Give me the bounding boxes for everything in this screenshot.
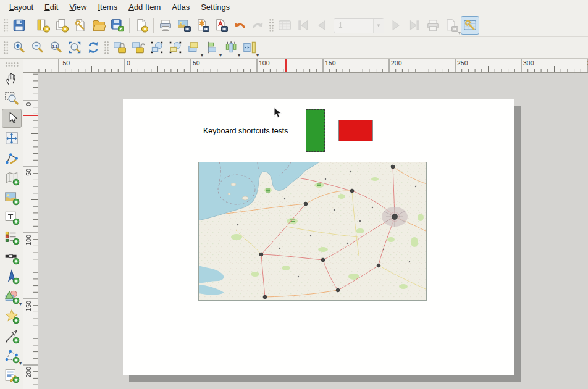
- save-as-template-button[interactable]: [108, 16, 127, 35]
- print-button[interactable]: [156, 16, 175, 35]
- layout-canvas[interactable]: Keyboard shortcuts tests: [38, 73, 588, 389]
- atlas-first-feature-button[interactable]: [294, 16, 313, 35]
- export-atlas-button[interactable]: [442, 16, 461, 35]
- toolbar-grip[interactable]: [3, 41, 9, 54]
- select-cursor-icon: [4, 111, 20, 127]
- lock-selected-items-button[interactable]: [111, 38, 129, 57]
- first-icon: [296, 18, 311, 33]
- menu-add-item[interactable]: Add Item: [123, 2, 166, 12]
- duplicate-layout-button[interactable]: [52, 16, 71, 35]
- atlas-preview-button[interactable]: [275, 16, 294, 35]
- mouse-cursor: [274, 107, 282, 119]
- group-items-button[interactable]: [148, 38, 166, 57]
- new-layout-button[interactable]: [34, 16, 52, 35]
- save-template-icon: [110, 18, 125, 33]
- atlas-next-feature-button[interactable]: [387, 16, 405, 35]
- add-picture-button[interactable]: [2, 188, 22, 207]
- distribute-selected-items-button[interactable]: [222, 38, 240, 57]
- print-atlas-button[interactable]: [424, 16, 442, 35]
- add-label-button[interactable]: [2, 207, 22, 227]
- toolbar-grip[interactable]: [3, 19, 9, 32]
- unlock-all-items-button[interactable]: [129, 38, 148, 57]
- align-selected-items-button[interactable]: [203, 38, 222, 57]
- export-svg-button[interactable]: [193, 16, 212, 35]
- zoom-tool-button[interactable]: [2, 89, 22, 108]
- raise-selected-items-button[interactable]: [185, 38, 203, 57]
- menu-bar: LayoutEditViewItemsAdd ItemAtlasSettings: [0, 0, 588, 14]
- edit-nodes-item-button[interactable]: [2, 148, 22, 167]
- add-picture-icon: [4, 190, 20, 206]
- undo-button[interactable]: [230, 16, 249, 35]
- ungroup-icon: [168, 40, 183, 55]
- green-rectangle-item[interactable]: [306, 109, 325, 152]
- page[interactable]: Keyboard shortcuts tests: [123, 99, 514, 375]
- next-icon: [388, 18, 403, 33]
- add-shape-button[interactable]: [2, 287, 22, 306]
- add-page-button[interactable]: [132, 16, 151, 35]
- toolbar-grip[interactable]: [104, 41, 109, 54]
- add-html-icon: [4, 367, 20, 383]
- redo-button[interactable]: [249, 16, 267, 35]
- vruler-label: 50: [25, 169, 32, 176]
- duplicate-layout-icon: [54, 18, 69, 33]
- toolbox: [0, 59, 23, 389]
- add-node-item-button[interactable]: [2, 346, 22, 365]
- spinbox-dropdown-icon[interactable]: ▼: [373, 19, 384, 33]
- add-arrow-icon: [4, 328, 20, 344]
- horizontal-ruler[interactable]: -50050100150200250300350: [38, 59, 588, 73]
- map-item[interactable]: [198, 162, 427, 301]
- select-move-item-button[interactable]: [2, 109, 22, 128]
- atlas-last-feature-button[interactable]: [405, 16, 424, 35]
- pan-hand-icon: [4, 71, 20, 87]
- move-item-content-button[interactable]: [2, 128, 22, 148]
- toolbar-grip[interactable]: [269, 19, 274, 32]
- add-marker-button[interactable]: [2, 306, 22, 325]
- atlas-preview-icon: [277, 18, 292, 33]
- atlas-page-spinbox[interactable]: 1 ▼: [334, 18, 384, 33]
- menu-layout[interactable]: Layout: [4, 2, 39, 12]
- hruler-label: -50: [61, 59, 70, 67]
- export-pdf-button[interactable]: [212, 16, 230, 35]
- layout-manager-button[interactable]: [71, 16, 90, 35]
- zoom-actual-size-button[interactable]: 1:1: [47, 38, 65, 57]
- add-scalebar-button[interactable]: [2, 247, 22, 266]
- resize-selected-items-button[interactable]: [240, 38, 259, 57]
- add-arrow-button[interactable]: [2, 326, 22, 345]
- undo-icon: [232, 18, 247, 33]
- menu-view[interactable]: View: [64, 2, 92, 12]
- atlas-page-value: 1: [334, 21, 373, 30]
- menu-items[interactable]: Items: [92, 2, 123, 12]
- ungroup-items-button[interactable]: [166, 38, 185, 57]
- hruler-label: 100: [259, 59, 270, 67]
- add-legend-button[interactable]: [2, 227, 22, 246]
- menu-atlas[interactable]: Atlas: [166, 2, 195, 12]
- zoom-in-button[interactable]: [10, 38, 28, 57]
- vruler-cursor-marker: [23, 115, 38, 116]
- load-from-template-button[interactable]: [90, 16, 108, 35]
- menu-settings[interactable]: Settings: [195, 2, 235, 12]
- atlas-prev-feature-button[interactable]: [313, 16, 331, 35]
- refresh-view-button[interactable]: [84, 38, 103, 57]
- add-north-arrow-button[interactable]: [2, 267, 22, 286]
- add-map-button[interactable]: [2, 168, 22, 187]
- red-rectangle-item[interactable]: [338, 120, 373, 141]
- zoom-full-button[interactable]: [65, 38, 84, 57]
- export-svg-icon: [195, 18, 210, 33]
- vruler-ticks: [23, 73, 38, 389]
- toolbar-grip[interactable]: [5, 62, 19, 67]
- export-image-button[interactable]: [175, 16, 193, 35]
- save-project-button[interactable]: [10, 16, 28, 35]
- hruler-label: 250: [457, 59, 468, 67]
- atlas-settings-button[interactable]: [461, 16, 479, 35]
- zoom-out-button[interactable]: [28, 38, 47, 57]
- hruler-label: 150: [325, 59, 336, 67]
- zoom-region-icon: [4, 91, 20, 107]
- vertical-ruler[interactable]: 050100150200: [23, 73, 38, 389]
- menu-edit[interactable]: Edit: [39, 2, 64, 12]
- vruler-label: 0: [25, 102, 32, 106]
- hruler-label: 0: [127, 59, 130, 67]
- pan-layout-button[interactable]: [2, 69, 22, 88]
- separator: [153, 18, 154, 33]
- add-html-button[interactable]: [2, 366, 22, 385]
- label-item[interactable]: Keyboard shortcuts tests: [203, 127, 288, 135]
